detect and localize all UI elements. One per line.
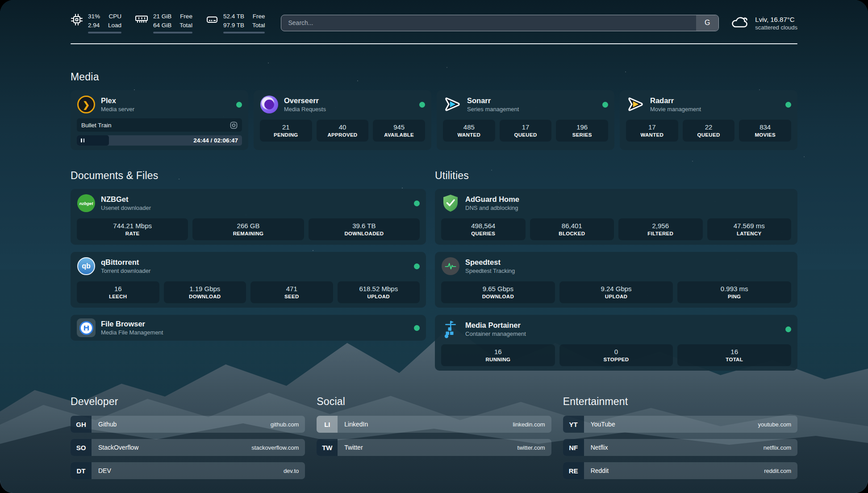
qbittorrent-header: qb qBittorrent Torrent downloader [77,256,420,276]
bookmark-twitter[interactable]: TW Twitter twitter.com [317,439,551,456]
playback-time: 24:44 / 02:06:47 [193,135,238,146]
service-card-plex[interactable]: ❯ Plex Media server Bullet Train [71,90,248,150]
service-name: AdGuard Home [465,195,519,204]
stat-box: 196 SERIES [556,120,608,142]
status-dot [785,326,791,332]
bookmark-netflix[interactable]: NF Netflix netflix.com [563,439,797,456]
stat-label: REMAINING [195,231,301,236]
stat-box: 39.6 TB DOWNLOADED [309,218,420,240]
widgets-grid: nzbget NZBGet Usenet downloader 744.21 M… [71,189,797,371]
disk-free-value: 52.4 TB [223,12,244,21]
service-card-qbittorrent[interactable]: qb qBittorrent Torrent downloader 16 LEE… [71,252,426,308]
sonarr-icon [443,95,462,114]
stat-value: 2,956 [621,222,700,230]
bookmark-reddit[interactable]: RE Reddit reddit.com [563,462,797,479]
cpu-usage-value: 31% [88,12,100,21]
bookmark-stackoverflow[interactable]: SO StackOverflow stackoverflow.com [71,439,305,456]
stat-value: 22 [685,123,732,131]
service-card-radarr[interactable]: Radarr Movie management 17 WANTED 22 QUE… [620,90,797,150]
stat-label: PENDING [263,132,309,138]
stat-value: 17 [502,123,549,131]
radarr-icon [626,95,645,114]
stat-label: QUEUED [502,132,549,138]
service-subtitle: Media Requests [284,105,326,113]
stat-value: 1.19 Gbps [167,285,244,292]
speedtest-icon [441,257,460,276]
stat-value: 16 [79,285,157,292]
search-input[interactable] [281,15,696,31]
content: 31% CPU 2.94 Load 21 GiB Free [71,0,797,493]
stat-value: 39.6 TB [311,222,417,230]
bookmark-url: twitter.com [517,439,551,456]
disk-progress-bar [223,32,265,33]
bookmark-youtube[interactable]: YT YouTube youtube.com [563,416,797,433]
ram-progress-bar [153,32,192,33]
disk-label-top: Free [252,12,265,21]
documents-column: nzbget NZBGet Usenet downloader 744.21 M… [71,189,426,341]
service-card-speedtest[interactable]: Speedtest Speedtest Tracking 9.65 Gbps D… [435,252,797,308]
status-dot [236,102,242,108]
status-dot [602,102,608,108]
bookmark-name: StackOverflow [92,439,138,456]
filebrowser-icon [77,318,96,337]
search-provider-button[interactable]: G [696,15,718,31]
stat-value: 196 [559,123,605,131]
adguard-stats: 498,564 QUERIES 86,401 BLOCKED 2,956 FIL… [441,218,791,240]
service-subtitle: Usenet downloader [101,204,151,212]
ram-total-value: 64 GiB [153,21,171,30]
service-name: Plex [101,96,134,105]
stat-value: 0 [562,348,671,355]
cpu-meter: 31% CPU 2.94 Load [71,12,121,33]
bookmark-abbr: YT [563,416,584,433]
video-session-icon [230,121,238,129]
stat-box: 17 WANTED [626,120,678,142]
qbittorrent-icon: qb [77,257,96,276]
disk-total-value: 97.9 TB [223,21,244,30]
overseerr-icon [260,95,279,114]
bookmark-url: dev.to [284,462,305,479]
cloud-icon [730,14,749,31]
section-title-documents: Documents & Files [71,170,426,182]
media-grid: ❯ Plex Media server Bullet Train [71,90,797,150]
stat-box: 485 WANTED [443,120,495,142]
background-stars [0,0,1,1]
stat-box: 945 AVAILABLE [373,120,425,142]
stat-label: SERIES [559,132,605,138]
service-card-portainer[interactable]: Media Portainer Container management 16 … [435,315,797,371]
service-card-adguard[interactable]: AdGuard Home DNS and adblocking 498,564 … [435,189,797,245]
service-card-filebrowser[interactable]: File Browser Media File Management [71,315,426,341]
service-card-overseerr[interactable]: Overseerr Media Requests 21 PENDING 40 A… [254,90,431,150]
stat-box: 266 GB REMAINING [192,218,304,240]
stat-value: 16 [680,348,789,355]
service-subtitle: Torrent downloader [101,267,150,275]
stat-label: DOWNLOAD [444,294,552,299]
status-dot [414,201,420,206]
bookmark-name: Github [92,416,117,433]
service-card-sonarr[interactable]: Sonarr Series management 485 WANTED 17 Q… [437,90,614,150]
stat-box: 16 RUNNING [441,344,555,366]
cpu-load-value: 2.94 [88,21,100,30]
service-name: Media Portainer [465,321,526,330]
bookmark-abbr: DT [71,462,92,479]
cpu-label-bottom: Load [108,21,121,30]
entertainment-bookmarks: YT YouTube youtube.com NF Netflix netfli… [563,416,797,479]
bookmark-dev[interactable]: DT DEV dev.to [71,462,305,479]
service-subtitle: Media server [101,105,134,113]
bookmark-linkedin[interactable]: LI LinkedIn linkedin.com [317,416,551,433]
stat-box: 16 LEECH [77,281,159,303]
stat-value: 9.65 Gbps [444,285,552,292]
pause-button[interactable] [77,135,109,146]
service-subtitle: Movie management [650,105,701,113]
cpu-icon [71,12,83,28]
stat-label: RUNNING [444,357,552,362]
service-name: Radarr [650,96,701,105]
stat-box: 21 PENDING [260,120,312,142]
bookmark-github[interactable]: GH Github github.com [71,416,305,433]
service-card-nzbget[interactable]: nzbget NZBGet Usenet downloader 744.21 M… [71,189,426,245]
weather-widget: Lviv, 16.87°C scattered clouds [730,14,797,31]
stat-value: 266 GB [195,222,301,230]
bookmarks-grid: GH Github github.com SO StackOverflow st… [71,416,797,493]
search-bar: G [281,15,719,31]
bookmark-abbr: SO [71,439,92,456]
stat-box: 834 MOVIES [739,120,791,142]
